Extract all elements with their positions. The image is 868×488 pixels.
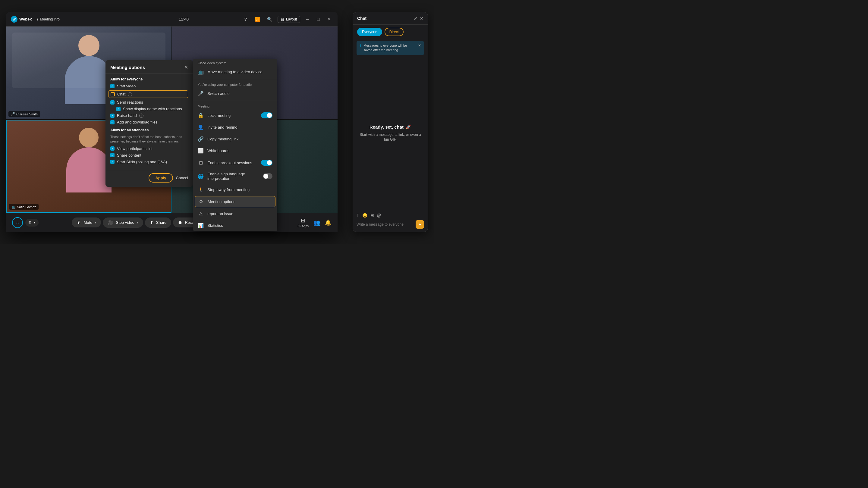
checkbox-send-reactions[interactable]: ✓ Send reactions xyxy=(110,100,188,104)
divider-2 xyxy=(193,101,277,101)
stats-icon: 📊 xyxy=(198,223,204,228)
emoji-picker-icon[interactable]: 😊 xyxy=(362,213,367,218)
help-icon[interactable]: ? xyxy=(241,15,250,24)
checkbox-chat[interactable]: Chat i xyxy=(108,90,188,98)
chat-panel-title: Chat xyxy=(357,16,367,21)
apps-icon: ⊞ xyxy=(301,217,305,224)
chat-tabs: Everyone Direct xyxy=(353,25,428,39)
notice-text: Messages to everyone will be saved after… xyxy=(364,43,415,53)
chat-close-icon[interactable]: ✕ xyxy=(420,16,424,21)
close-button[interactable]: ✕ xyxy=(326,16,333,23)
step-away-item[interactable]: 🚶 Step away from meeting xyxy=(193,184,277,195)
apply-button[interactable]: Apply xyxy=(149,173,173,183)
cb-view-participants[interactable]: ✓ xyxy=(110,147,115,151)
copy-link-item[interactable]: 🔗 Copy meeting link xyxy=(193,133,277,145)
chat-message-input[interactable] xyxy=(356,222,413,227)
mute-button[interactable]: 🎙 Mute ▾ xyxy=(72,218,101,227)
checkbox-display-name[interactable]: ✓ Show display name with reactions xyxy=(116,107,188,111)
move-meeting-item[interactable]: 📺 Move meeting to a video device xyxy=(193,66,277,78)
minimize-button[interactable]: ─ xyxy=(304,16,311,23)
cb-share-content[interactable]: ✓ xyxy=(110,153,115,157)
send-icon: ➤ xyxy=(418,222,421,227)
checkbox-chat-input[interactable] xyxy=(111,92,115,96)
meeting-options-icon: ⚙ xyxy=(198,199,204,204)
participant-label-sofia: 📺 Sofia Gomez xyxy=(9,204,38,210)
move-meeting-icon: 📺 xyxy=(198,69,204,75)
chat-empty-title: Ready, set, chat 🚀 xyxy=(370,124,411,130)
signal-icon[interactable]: 📶 xyxy=(253,15,262,24)
layout-icon: ▦ xyxy=(281,17,284,22)
checkbox-share-content[interactable]: ✓ Share content xyxy=(110,153,188,158)
switch-audio-item[interactable]: 🎤 Switch audio xyxy=(193,88,277,99)
lock-meeting-item[interactable]: 🔒 Lock meeting xyxy=(193,109,277,121)
checkbox-start-video[interactable]: ✓ Start video xyxy=(110,84,188,88)
participant-label-clarissa: 🎤 Clarissa Smith xyxy=(8,111,40,117)
breakout-sessions-item[interactable]: ⊞ Enable breakout sessions xyxy=(193,157,277,169)
mention-icon[interactable]: @ xyxy=(377,213,381,218)
chat-expand-icon[interactable]: ⤢ xyxy=(414,16,417,21)
report-issue-item[interactable]: ⚠ report an issue xyxy=(193,208,277,220)
divider-1 xyxy=(193,79,277,79)
invite-icon: 👤 xyxy=(198,124,204,130)
chat-panel: Chat ⤢ ✕ Everyone Direct ℹ Messages to e… xyxy=(352,12,428,232)
cb-slido[interactable]: ✓ xyxy=(110,160,115,164)
participants-button[interactable]: 👥 xyxy=(313,219,320,226)
participants-icon: 👥 xyxy=(313,219,320,226)
meeting-options-item[interactable]: ⚙ Meeting options xyxy=(195,196,276,207)
checkbox-raise-hand[interactable]: ✓ Raise hand i xyxy=(110,113,188,118)
video-icon: 🎥 xyxy=(107,220,113,225)
stop-video-button[interactable]: 🎥 Stop video ▾ xyxy=(103,218,143,228)
share-button[interactable]: ⬆ Share xyxy=(145,218,172,228)
meeting-info-button[interactable]: ℹ Meeting info xyxy=(37,17,60,22)
checkbox-view-participants[interactable]: ✓ View participants list xyxy=(110,147,188,151)
sign-language-item[interactable]: 🌐 Enable sign language interpretation xyxy=(193,169,277,184)
info-icon: ℹ xyxy=(37,17,38,22)
home-button[interactable]: ⌂ xyxy=(12,217,23,228)
chat-info-icon[interactable]: i xyxy=(128,92,132,96)
modal-header: Meeting options ✕ xyxy=(105,60,193,73)
report-icon: ⚠ xyxy=(198,211,204,217)
lock-meeting-toggle[interactable] xyxy=(261,112,273,119)
step-away-icon: 🚶 xyxy=(198,187,204,193)
search-icon[interactable]: 🔍 xyxy=(266,15,274,24)
bell-icon: 🔔 xyxy=(325,219,332,226)
sign-language-toggle[interactable] xyxy=(263,173,273,179)
record-icon: ⏺ xyxy=(178,220,182,225)
checkbox-slido[interactable]: ✓ Start Slido (polling and Q&A) xyxy=(110,160,188,164)
checkbox-start-video-input[interactable]: ✓ xyxy=(110,84,115,88)
maximize-button[interactable]: □ xyxy=(315,16,322,23)
chat-send-button[interactable]: ➤ xyxy=(415,220,424,229)
breakout-icon: ⊞ xyxy=(198,160,204,166)
whiteboards-item[interactable]: ⬜ Whiteboards xyxy=(193,145,277,157)
cancel-button[interactable]: Cancel xyxy=(176,175,188,180)
breakout-toggle[interactable] xyxy=(261,160,273,166)
raise-hand-info-icon[interactable]: i xyxy=(139,113,144,118)
statistics-item[interactable]: 📊 Statistics xyxy=(193,220,277,231)
chat-tab-everyone[interactable]: Everyone xyxy=(357,28,382,36)
meeting-options-modal: Meeting options ✕ Allow for everyone ✓ S… xyxy=(105,60,193,187)
checkbox-reactions-input[interactable]: ✓ xyxy=(110,100,115,104)
modal-close-button[interactable]: ✕ xyxy=(184,64,188,70)
modal-footer: Apply Cancel xyxy=(105,170,193,187)
webex-icon: W xyxy=(11,16,18,23)
checkbox-files[interactable]: ✓ Add and download files xyxy=(110,120,188,124)
invite-remind-item[interactable]: 👤 Invite and remind xyxy=(193,121,277,133)
chat-notice: ℹ Messages to everyone will be saved aft… xyxy=(356,41,424,55)
allow-all-desc: These settings don't affect the host, co… xyxy=(110,135,188,144)
presenter-icon: 📺 xyxy=(11,205,16,209)
meeting-toolbar: ⌂ ⊞ ▾ 🎙 Mute ▾ 🎥 Stop video ▾ xyxy=(6,213,338,232)
chat-tab-direct[interactable]: Direct xyxy=(384,28,404,36)
layout-button[interactable]: ▦ Layout xyxy=(278,16,300,23)
video-layout-small-btn[interactable]: ⊞ ▾ xyxy=(25,219,38,227)
gif-icon[interactable]: ⊞ xyxy=(370,213,374,218)
notice-close-button[interactable]: ✕ xyxy=(418,43,421,47)
notifications-button[interactable]: 🔔 xyxy=(325,219,332,226)
checkbox-display-name-input[interactable]: ✓ xyxy=(116,107,121,111)
chat-header: Chat ⤢ ✕ xyxy=(353,12,428,25)
allow-all-section: Allow for all attendees These settings d… xyxy=(110,128,188,164)
checkbox-raise-hand-input[interactable]: ✓ xyxy=(110,113,115,118)
rocket-icon: 🚀 xyxy=(405,124,411,130)
checkbox-files-input[interactable]: ✓ xyxy=(110,120,115,124)
apps-button[interactable]: ⊞ 86 Apps xyxy=(298,217,309,228)
text-format-icon[interactable]: T xyxy=(356,213,359,218)
